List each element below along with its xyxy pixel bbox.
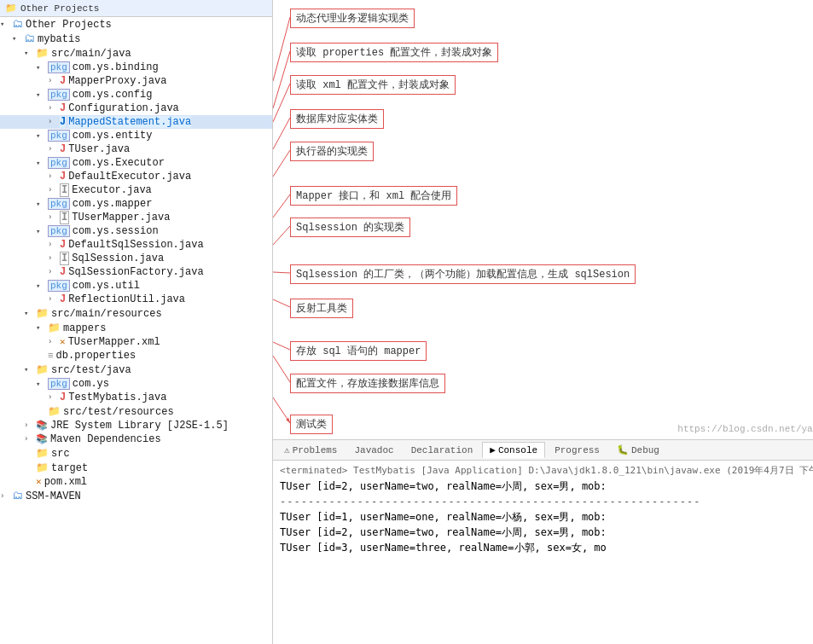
tree-arrow-com-ys-util: ▾	[36, 281, 46, 291]
tree-item-db-properties[interactable]: ≡ db.properties	[0, 349, 272, 363]
console-content: <terminated> TestMybatis [Java Applicati…	[273, 461, 813, 644]
tree-item-com-ys-Executor[interactable]: ▾ pkg com.ys.Executor	[0, 156, 272, 170]
svg-line-12	[273, 397, 290, 423]
tree-item-com-ys-session[interactable]: ▾ pkg com.ys.session	[0, 224, 272, 238]
tree-label-MappedStatement: MappedStatement.java	[68, 116, 191, 128]
tree-item-maven-deps[interactable]: › 📚 Maven Dependencies	[0, 432, 272, 446]
tree-item-SSM-MAVEN[interactable]: › 🗂 SSM-MAVEN	[0, 489, 272, 503]
console-tab-debug[interactable]: 🐛Debug	[609, 442, 667, 458]
annotation-box-TUserMapper: Mapper 接口，和 xml 配合使用	[290, 186, 457, 206]
tree-item-com-ys-entity[interactable]: ▾ pkg com.ys.entity	[0, 129, 272, 142]
tree-arrow-Configuration: ›	[48, 104, 58, 113]
file-tree-panel[interactable]: 📁 Other Projects ▾ 🗂 Other Projects ▾ 🗂 …	[0, 0, 273, 644]
tree-container: ▾ 🗂 Other Projects ▾ 🗂 mybatis ▾ 📁 src/m…	[0, 17, 272, 503]
tree-icon-TestMybatis: J	[60, 392, 66, 403]
tree-item-com-ys-test[interactable]: ▾ pkg com.ys	[0, 377, 272, 391]
annotation-box-MapperProxy: 动态代理业务逻辑实现类	[290, 9, 415, 28]
tree-arrow-com-ys-test: ▾	[36, 380, 46, 389]
tree-label-com-ys-Executor: com.ys.Executor	[73, 157, 165, 169]
tree-item-com-ys-util[interactable]: ▾ pkg com.ys.util	[0, 279, 272, 293]
tree-label-com-ys-config: com.ys.config	[73, 89, 153, 101]
tree-icon-com-ys-util: pkg	[48, 280, 70, 292]
tree-arrow-TUserMapper-xml: ›	[48, 338, 58, 346]
tree-label-SSM-MAVEN: SSM-MAVEN	[26, 490, 81, 502]
tree-item-DefaultExecutor[interactable]: › J DefaultExecutor.java	[0, 170, 272, 183]
tree-item-MapperProxy[interactable]: › J MapperProxy.java	[0, 74, 272, 88]
tree-item-mappers[interactable]: ▾ 📁 mappers	[0, 321, 272, 335]
tree-label-com-ys-binding: com.ys.binding	[73, 61, 159, 73]
tree-icon-Configuration: J	[60, 102, 66, 114]
tree-item-other-projects[interactable]: ▾ 🗂 Other Projects	[0, 17, 272, 32]
tree-item-SqlSession[interactable]: › I SqlSession.java	[0, 252, 272, 265]
tree-label-DefaultExecutor: DefaultExecutor.java	[68, 171, 191, 183]
tree-icon-com-ys-session: pkg	[48, 225, 70, 237]
console-terminated-line: <terminated> TestMybatis [Java Applicati…	[280, 464, 813, 479]
console-line-0: TUser [id=2, userName=two, realName=小周, …	[280, 479, 813, 494]
tree-arrow-com-ys-binding: ▾	[36, 63, 46, 73]
tree-item-ReflectionUtil[interactable]: › J ReflectionUtil.java	[0, 293, 272, 306]
tree-label-MapperProxy: MapperProxy.java	[68, 75, 166, 87]
tree-icon-com-ys-test: pkg	[48, 378, 70, 390]
annotation-box-SqlSessionFactory: Sqlsession 的工厂类，（两个功能）加载配置信息，生成 sqlSesio…	[290, 264, 636, 284]
tree-icon-src-main-resources: 📁	[36, 307, 49, 320]
tree-icon-src: 📁	[36, 447, 49, 460]
svg-line-5	[273, 150, 290, 177]
tree-header-icon: 📁	[5, 3, 17, 14]
console-tab-progress[interactable]: Progress	[547, 443, 607, 458]
tree-icon-target: 📁	[36, 461, 49, 474]
tree-item-mybatis[interactable]: ▾ 🗂 mybatis	[0, 32, 272, 46]
tree-icon-mybatis: 🗂	[24, 32, 35, 45]
tree-item-DefaultSqlSession[interactable]: › J DefaultSqlSession.java	[0, 238, 272, 252]
tree-label-Executor: Executor.java	[72, 184, 152, 196]
tree-label-TestMybatis: TestMybatis.java	[68, 392, 166, 403]
console-tab-declaration[interactable]: Declaration	[404, 443, 481, 458]
tree-arrow-SqlSessionFactory: ›	[48, 268, 58, 276]
tree-item-src-main-resources[interactable]: ▾ 📁 src/main/resources	[0, 306, 272, 321]
tree-item-Executor[interactable]: › I Executor.java	[0, 183, 272, 197]
annotation-box-TUser: 数据库对应实体类	[290, 109, 384, 129]
tree-item-src-main-java[interactable]: ▾ 📁 src/main/java	[0, 46, 272, 61]
tree-label-Configuration: Configuration.java	[68, 102, 179, 114]
tree-item-TestMybatis[interactable]: › J TestMybatis.java	[0, 391, 272, 404]
tree-arrow-TestMybatis: ›	[48, 393, 58, 402]
tree-item-com-ys-binding[interactable]: ▾ pkg com.ys.binding	[0, 61, 272, 74]
tree-arrow-other-projects: ▾	[0, 20, 10, 29]
tree-icon-com-ys-entity: pkg	[48, 130, 70, 142]
tree-item-com-ys-config[interactable]: ▾ pkg com.ys.config	[0, 88, 272, 102]
tree-item-src-test-resources[interactable]: 📁 src/test/resources	[0, 404, 272, 419]
tree-item-Configuration[interactable]: › J Configuration.java	[0, 102, 272, 115]
svg-line-1	[273, 17, 290, 81]
tree-label-target: target	[51, 462, 88, 474]
tree-item-target[interactable]: 📁 target	[0, 461, 272, 475]
tree-arrow-com-ys-mapper: ▾	[36, 200, 46, 209]
tree-label-TUserMapper-xml: TUserMapper.xml	[68, 336, 160, 348]
tree-item-TUser[interactable]: › J TUser.java	[0, 142, 272, 156]
tree-item-MappedStatement[interactable]: › J MappedStatement.java	[0, 115, 272, 129]
console-tab-problems[interactable]: ⚠Problems	[276, 442, 345, 458]
tree-arrow-src-test-java: ▾	[24, 365, 34, 374]
tree-label-src-test-resources: src/test/resources	[63, 406, 174, 418]
console-line-3: TUser [id=2, userName=two, realName=小周, …	[280, 525, 813, 540]
tree-arrow-mybatis: ▾	[12, 34, 22, 44]
tree-label-mappers: mappers	[63, 322, 106, 334]
tree-item-src-test-java[interactable]: ▾ 📁 src/test/java	[0, 363, 272, 377]
tree-item-SqlSessionFactory[interactable]: › J SqlSessionFactory.java	[0, 265, 272, 279]
tree-icon-maven-deps: 📚	[36, 433, 48, 445]
console-tab-console[interactable]: ▶Console	[482, 442, 545, 458]
tree-label-mybatis: mybatis	[38, 33, 80, 45]
console-tab-javadoc[interactable]: Javadoc	[346, 443, 401, 458]
tree-arrow-ReflectionUtil: ›	[48, 295, 58, 304]
tree-arrow-maven-deps: ›	[24, 435, 34, 444]
tree-label-src-main-resources: src/main/resources	[51, 308, 162, 320]
svg-line-7	[273, 226, 290, 245]
tree-item-com-ys-mapper[interactable]: ▾ pkg com.ys.mapper	[0, 197, 272, 211]
tree-item-jre-library[interactable]: › 📚 JRE System Library [J2SE-1.5]	[0, 419, 272, 432]
tree-item-TUserMapper[interactable]: › I TUserMapper.java	[0, 211, 272, 224]
tree-label-com-ys-mapper: com.ys.mapper	[73, 198, 153, 210]
tree-label-src: src	[51, 448, 70, 460]
tree-label-maven-deps: Maven Dependencies	[50, 433, 161, 445]
tree-label-TUserMapper: TUserMapper.java	[72, 212, 170, 223]
tree-item-src[interactable]: 📁 src	[0, 446, 272, 461]
tree-item-TUserMapper-xml[interactable]: › ✕ TUserMapper.xml	[0, 335, 272, 349]
tree-item-pom-xml[interactable]: ✕ pom.xml	[0, 475, 272, 489]
